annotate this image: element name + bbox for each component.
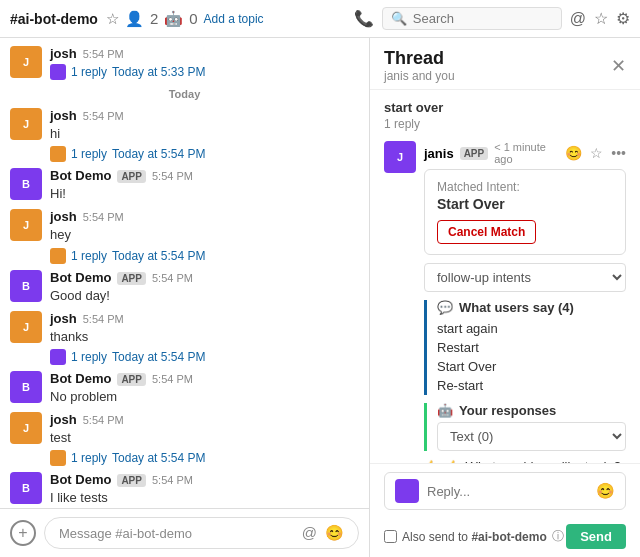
what-users-say-label: 💬 What users say (4) xyxy=(437,300,626,315)
robot-icon: 🤖 xyxy=(164,10,183,28)
what-users-say-section: 💬 What users say (4) start again Restart… xyxy=(424,300,626,395)
also-send-checkbox[interactable] xyxy=(384,530,397,543)
thread-avatar: J xyxy=(384,141,416,173)
msg-content: Bot Demo APP 5:54 PM I like tests xyxy=(50,472,359,507)
avatar: B xyxy=(10,270,42,302)
intent-list: start again Restart Start Over Re-start xyxy=(437,319,626,395)
add-topic-link[interactable]: Add a topic xyxy=(204,12,264,26)
robot-emoji-icon: 🤖 xyxy=(437,403,453,418)
thread-reply-count: 1 reply xyxy=(384,117,626,131)
thread-subtitle: janis and you xyxy=(384,69,455,83)
list-item: Restart xyxy=(437,338,626,357)
also-send-text: Also send to #ai-bot-demo xyxy=(402,530,547,544)
at-icon[interactable]: @ xyxy=(570,10,586,28)
reply-time: Today at 5:54 PM xyxy=(112,350,205,364)
reply-avatar xyxy=(50,349,66,365)
topbar-right: 📞 🔍 @ ☆ ⚙ xyxy=(354,7,630,30)
response-row: Text (0) xyxy=(437,422,626,451)
thread-msg-content: janis APP < 1 minute ago 😊 ☆ ••• Matched… xyxy=(424,141,626,463)
reply-count: 1 reply xyxy=(71,147,107,161)
msg-header: josh 5:54 PM xyxy=(50,412,359,427)
list-item: B Bot Demo APP 5:54 PM Good day! xyxy=(10,270,359,305)
reply-indicator[interactable]: 1 reply Today at 5:54 PM xyxy=(50,248,359,264)
your-responses-label: 🤖 Your responses xyxy=(437,403,626,418)
reply-indicator[interactable]: 1 reply Today at 5:54 PM xyxy=(50,450,359,466)
msg-author: Bot Demo xyxy=(50,371,111,386)
star-icon-right[interactable]: ☆ xyxy=(594,9,608,28)
msg-header: Bot Demo APP 5:54 PM xyxy=(50,472,359,487)
chat-input-box[interactable]: Message #ai-bot-demo @ 😊 xyxy=(44,517,359,549)
followup-intents-select[interactable]: follow-up intents xyxy=(424,263,626,292)
followup-intents-wrapper[interactable]: follow-up intents xyxy=(424,263,626,292)
avatar: B xyxy=(10,168,42,200)
reply-count: 1 reply xyxy=(71,249,107,263)
thread-header: Thread janis and you ✕ xyxy=(370,38,640,90)
main-layout: J josh 5:54 PM 1 reply Today at 5:33 PM … xyxy=(0,38,640,557)
also-send-label[interactable]: Also send to #ai-bot-demo ⓘ xyxy=(384,528,564,545)
msg-author: josh xyxy=(50,412,77,427)
search-icon: 🔍 xyxy=(391,11,407,26)
msg-time: 5:54 PM xyxy=(83,48,124,60)
thread-reply-box: 😊 xyxy=(384,472,626,510)
emoji-reply-icon[interactable]: 😊 xyxy=(596,482,615,500)
reply-time: Today at 5:54 PM xyxy=(112,249,205,263)
matched-value: Start Over xyxy=(437,196,613,212)
bookmark-icon[interactable]: ☆ xyxy=(590,145,603,161)
msg-text: hey xyxy=(50,226,359,244)
msg-header: Bot Demo APP 5:54 PM xyxy=(50,270,359,285)
msg-header: josh 5:54 PM xyxy=(50,108,359,123)
reply-indicator[interactable]: 1 reply Today at 5:54 PM xyxy=(50,146,359,162)
reply-avatar xyxy=(50,450,66,466)
thread-body: start over 1 reply J janis APP < 1 minut… xyxy=(370,90,640,463)
msg-header: josh 5:54 PM xyxy=(50,209,359,224)
list-item: B Bot Demo APP 5:54 PM Hi! xyxy=(10,168,359,203)
info-help-icon[interactable]: ⓘ xyxy=(552,528,564,545)
chat-input-area: + Message #ai-bot-demo @ 😊 xyxy=(0,508,369,557)
add-button[interactable]: + xyxy=(10,520,36,546)
thread-topic: start over xyxy=(384,100,626,115)
thread-title: Thread xyxy=(384,48,455,69)
phone-icon[interactable]: 📞 xyxy=(354,9,374,28)
thread-panel: Thread janis and you ✕ start over 1 repl… xyxy=(370,38,640,557)
msg-time: 5:54 PM xyxy=(152,373,193,385)
thread-app-badge: APP xyxy=(460,147,489,160)
list-item: J josh 5:54 PM test 1 reply Today at 5:5… xyxy=(10,412,359,466)
msg-time: 5:54 PM xyxy=(83,313,124,325)
msg-author: josh xyxy=(50,311,77,326)
search-box[interactable]: 🔍 xyxy=(382,7,562,30)
thread-msg-actions: 😊 ☆ ••• xyxy=(565,145,626,161)
list-item: Re-start xyxy=(437,376,626,395)
response-type-select[interactable]: Text (0) xyxy=(437,422,626,451)
thread-close-button[interactable]: ✕ xyxy=(611,55,626,77)
star-icon[interactable]: ☆ xyxy=(106,10,119,28)
msg-time: 5:54 PM xyxy=(152,170,193,182)
what-users-say-text: What users say (4) xyxy=(459,300,574,315)
more-icon[interactable]: ••• xyxy=(611,145,626,161)
info-icon[interactable]: ⚙ xyxy=(616,9,630,28)
thread-reply-area: 😊 xyxy=(370,463,640,518)
msg-text: hi xyxy=(50,125,359,143)
reply-avatar xyxy=(50,146,66,162)
chat-emoji-icon: 💬 xyxy=(437,300,453,315)
input-icons: @ 😊 xyxy=(302,524,344,542)
msg-text: thanks xyxy=(50,328,359,346)
emoji-icon[interactable]: 😊 xyxy=(325,524,344,542)
search-input[interactable] xyxy=(413,11,543,26)
reply-time: Today at 5:54 PM xyxy=(112,147,205,161)
thread-reply-input[interactable] xyxy=(427,484,596,499)
app-badge: APP xyxy=(117,474,146,487)
msg-content: josh 5:54 PM 1 reply Today at 5:33 PM xyxy=(50,46,359,80)
member-count: 2 xyxy=(150,10,158,27)
at-icon[interactable]: @ xyxy=(302,524,317,542)
msg-header: Bot Demo APP 5:54 PM xyxy=(50,168,359,183)
reply-indicator[interactable]: 1 reply Today at 5:54 PM xyxy=(50,349,359,365)
emoji-react-icon[interactable]: 😊 xyxy=(565,145,582,161)
channel-title: #ai-bot-demo xyxy=(10,11,98,27)
msg-header: josh 5:54 PM xyxy=(50,46,359,61)
cancel-match-button[interactable]: Cancel Match xyxy=(437,220,536,244)
response-select-wrapper[interactable]: Text (0) xyxy=(437,422,626,451)
list-item: J josh 5:54 PM hey 1 reply Today at 5:54… xyxy=(10,209,359,263)
send-button[interactable]: Send xyxy=(566,524,626,549)
reply-indicator[interactable]: 1 reply Today at 5:33 PM xyxy=(50,64,359,80)
date-divider: Today xyxy=(10,88,359,100)
